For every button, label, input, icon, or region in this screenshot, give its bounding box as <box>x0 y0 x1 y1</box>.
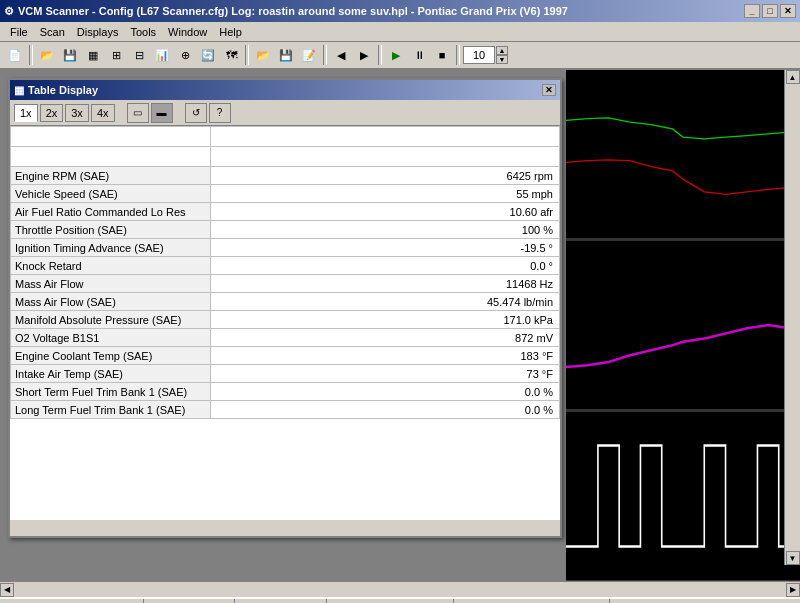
toolbar-spin: ▲ ▼ <box>496 46 508 64</box>
toolbar-play[interactable]: ▶ <box>385 44 407 66</box>
status-cable: Cable Status: <box>144 599 235 603</box>
tab-3x[interactable]: 3x <box>65 104 89 122</box>
scroll-up-arrow[interactable]: ▲ <box>786 70 800 84</box>
table-cell-value: 0.0 ° <box>211 257 560 275</box>
menu-tools[interactable]: Tools <box>124 24 162 40</box>
table-cell-label: Vehicle Speed (SAE) <box>11 185 211 203</box>
toolbar-speed-input[interactable]: 10 <box>463 46 495 64</box>
status-frame: Frame: 1587 of 1744 <box>327 599 454 603</box>
table-refresh[interactable]: ↺ <box>185 103 207 123</box>
table-cell-value: 45.474 lb/min <box>211 293 560 311</box>
table-cell-value: 0.0 % <box>211 383 560 401</box>
app-title: VCM Scanner - Config (L67 Scanner.cfg) L… <box>18 5 568 17</box>
table-row: Ignition Timing Advance (SAE)-19.5 ° <box>11 239 560 257</box>
tab-1x[interactable]: 1x <box>14 104 38 122</box>
table-window: ▦ Table Display ✕ 1x 2x 3x 4x ▭ ▬ ↺ ? <box>8 78 562 538</box>
toolbar: 📄 📂 💾 ▦ ⊞ ⊟ 📊 ⊕ 🔄 🗺 📂 💾 📝 ◀ ▶ ▶ ⏸ ■ 10 ▲… <box>0 42 800 70</box>
toolbar-saveas[interactable]: 📝 <box>298 44 320 66</box>
table-row: Manifold Absolute Pressure (SAE)171.0 kP… <box>11 311 560 329</box>
toolbar-grid2[interactable]: ⊟ <box>128 44 150 66</box>
table-cell-value: 100 % <box>211 221 560 239</box>
title-bar: ⚙ VCM Scanner - Config (L67 Scanner.cfg)… <box>0 0 800 22</box>
table-row: O2 Voltage B1S1872 mV <box>11 329 560 347</box>
table-cell-value: 73 °F <box>211 365 560 383</box>
scope-bottom <box>566 412 800 581</box>
table-cell-label: Engine RPM (SAE) <box>11 167 211 185</box>
scroll-left-arrow[interactable]: ◀ <box>0 583 14 597</box>
menu-displays[interactable]: Displays <box>71 24 125 40</box>
toolbar-fwd[interactable]: ▶ <box>353 44 375 66</box>
menu-window[interactable]: Window <box>162 24 213 40</box>
toolbar-gauge[interactable]: ⊕ <box>174 44 196 66</box>
table-cell-label: Mass Air Flow <box>11 275 211 293</box>
menu-bar: File Scan Displays Tools Window Help <box>0 22 800 42</box>
table-window-title: Table Display <box>28 84 98 96</box>
toolbar-sep-3 <box>323 45 327 65</box>
toolbar-open2[interactable]: 📂 <box>252 44 274 66</box>
table-row: Throttle Position (SAE)100 % <box>11 221 560 239</box>
table-cell-value: 171.0 kPa <box>211 311 560 329</box>
scroll-down-arrow[interactable]: ▼ <box>786 551 800 565</box>
table-cell-label: Throttle Position (SAE) <box>11 221 211 239</box>
toolbar-save2[interactable]: 💾 <box>275 44 297 66</box>
table-cell-value: -19.5 ° <box>211 239 560 257</box>
minimize-button[interactable]: _ <box>744 4 760 18</box>
toolbar-grid1[interactable]: ⊞ <box>105 44 127 66</box>
toolbar-open[interactable]: 📂 <box>36 44 58 66</box>
table-content[interactable]: Engine RPM (SAE)6425 rpmVehicle Speed (S… <box>10 126 560 520</box>
table-window-icon: ▦ <box>14 84 24 97</box>
close-button[interactable]: ✕ <box>780 4 796 18</box>
toolbar-map[interactable]: 🗺 <box>220 44 242 66</box>
scope-top <box>566 70 800 239</box>
toolbar-back[interactable]: ◀ <box>330 44 352 66</box>
table-row: Knock Retard0.0 ° <box>11 257 560 275</box>
table-cell-label: Ignition Timing Advance (SAE) <box>11 239 211 257</box>
tab-4x[interactable]: 4x <box>91 104 115 122</box>
scroll-track[interactable] <box>786 84 800 551</box>
table-cell-label: Engine Coolant Temp (SAE) <box>11 347 211 365</box>
status-bar: Command: Playback Log Cable Status: VCM … <box>0 597 800 603</box>
table-row-empty2 <box>11 147 560 167</box>
spin-down[interactable]: ▼ <box>496 55 508 64</box>
toolbar-stop[interactable]: ■ <box>431 44 453 66</box>
menu-file[interactable]: File <box>4 24 34 40</box>
spin-up[interactable]: ▲ <box>496 46 508 55</box>
toolbar-chart[interactable]: 📊 <box>151 44 173 66</box>
h-scrollbar: ◀ ▶ <box>0 581 800 597</box>
tab-2x[interactable]: 2x <box>40 104 64 122</box>
toolbar-table[interactable]: ▦ <box>82 44 104 66</box>
menu-help[interactable]: Help <box>213 24 248 40</box>
menu-scan[interactable]: Scan <box>34 24 71 40</box>
status-voltage: VCM Voltage: <box>235 599 327 603</box>
table-cell-label: O2 Voltage B1S1 <box>11 329 211 347</box>
status-command: Command: Playback Log <box>8 599 144 603</box>
table-window-close[interactable]: ✕ <box>542 84 556 96</box>
toolbar-clock[interactable]: 🔄 <box>197 44 219 66</box>
table-cell-label: Mass Air Flow (SAE) <box>11 293 211 311</box>
table-cell-label: Long Term Fuel Trim Bank 1 (SAE) <box>11 401 211 419</box>
view-double[interactable]: ▬ <box>151 103 173 123</box>
table-row: Mass Air Flow (SAE)45.474 lb/min <box>11 293 560 311</box>
table-row: Engine RPM (SAE)6425 rpm <box>11 167 560 185</box>
table-cell-value: 872 mV <box>211 329 560 347</box>
h-scroll-track[interactable] <box>14 584 786 596</box>
view-single[interactable]: ▭ <box>127 103 149 123</box>
toolbar-new[interactable]: 📄 <box>4 44 26 66</box>
table-cell-value: 0.0 % <box>211 401 560 419</box>
maximize-button[interactable]: □ <box>762 4 778 18</box>
scroll-right-arrow[interactable]: ▶ <box>786 583 800 597</box>
table-cell-label: Short Term Fuel Trim Bank 1 (SAE) <box>11 383 211 401</box>
table-cell-label: Knock Retard <box>11 257 211 275</box>
table-title-bar: ▦ Table Display ✕ <box>10 80 560 100</box>
table-help[interactable]: ? <box>209 103 231 123</box>
title-text: ⚙ VCM Scanner - Config (L67 Scanner.cfg)… <box>4 5 568 18</box>
table-cell-value: 183 °F <box>211 347 560 365</box>
toolbar-save[interactable]: 💾 <box>59 44 81 66</box>
main-content: ▦ Table Display ✕ 1x 2x 3x 4x ▭ ▬ ↺ ? <box>0 70 800 581</box>
table-cell-label: Manifold Absolute Pressure (SAE) <box>11 311 211 329</box>
toolbar-pause[interactable]: ⏸ <box>408 44 430 66</box>
table-toolbar: 1x 2x 3x 4x ▭ ▬ ↺ ? <box>10 100 560 126</box>
toolbar-sep-1 <box>29 45 33 65</box>
table-cell-value: 11468 Hz <box>211 275 560 293</box>
table-cell-label: Air Fuel Ratio Commanded Lo Res <box>11 203 211 221</box>
